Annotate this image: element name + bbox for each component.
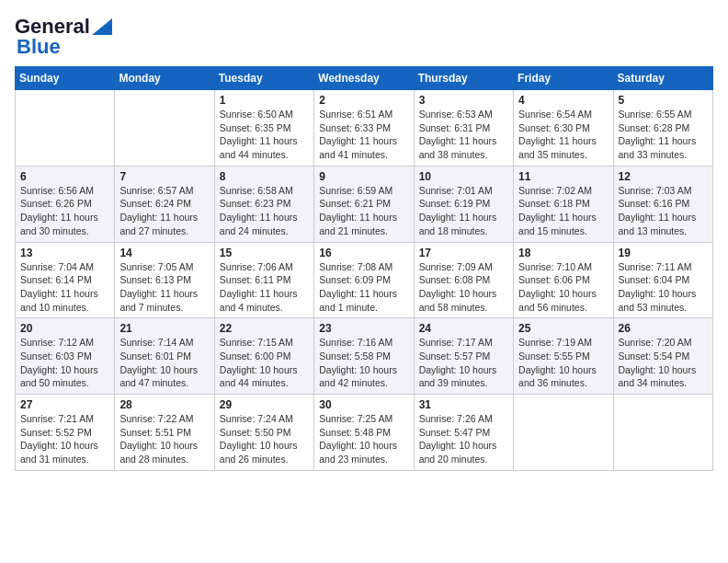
calendar-cell: 23Sunrise: 7:16 AMSunset: 5:58 PMDayligh… — [314, 318, 414, 395]
calendar-cell: 17Sunrise: 7:09 AMSunset: 6:08 PMDayligh… — [414, 242, 513, 318]
calendar-cell: 31Sunrise: 7:26 AMSunset: 5:47 PMDayligh… — [414, 395, 513, 471]
calendar-cell: 10Sunrise: 7:01 AMSunset: 6:19 PMDayligh… — [414, 166, 513, 242]
calendar-cell: 15Sunrise: 7:06 AMSunset: 6:11 PMDayligh… — [214, 242, 313, 318]
day-number: 22 — [220, 322, 309, 335]
calendar-week-row: 27Sunrise: 7:21 AMSunset: 5:52 PMDayligh… — [16, 395, 713, 471]
calendar-cell: 12Sunrise: 7:03 AMSunset: 6:16 PMDayligh… — [613, 166, 712, 242]
weekday-header: Monday — [115, 67, 214, 90]
day-number: 6 — [20, 170, 109, 183]
calendar-week-row: 20Sunrise: 7:12 AMSunset: 6:03 PMDayligh… — [16, 318, 713, 395]
day-detail: Sunrise: 7:14 AMSunset: 6:01 PMDaylight:… — [119, 336, 209, 390]
weekday-header: Wednesday — [314, 67, 414, 90]
weekday-header: Friday — [514, 67, 613, 90]
day-number: 24 — [419, 322, 508, 335]
day-detail: Sunrise: 6:50 AMSunset: 6:35 PMDaylight:… — [220, 108, 309, 162]
calendar-week-row: 13Sunrise: 7:04 AMSunset: 6:14 PMDayligh… — [16, 242, 713, 318]
day-detail: Sunrise: 7:09 AMSunset: 6:08 PMDaylight:… — [419, 260, 508, 315]
calendar-cell: 21Sunrise: 7:14 AMSunset: 6:01 PMDayligh… — [115, 318, 214, 395]
calendar-cell: 8Sunrise: 6:58 AMSunset: 6:23 PMDaylight… — [214, 166, 313, 242]
logo-wing-icon — [92, 18, 112, 35]
calendar-week-row: 6Sunrise: 6:56 AMSunset: 6:26 PMDaylight… — [16, 166, 713, 242]
day-number: 4 — [518, 94, 608, 107]
weekday-header: Saturday — [613, 67, 712, 90]
day-number: 8 — [220, 170, 309, 183]
weekday-header: Thursday — [414, 67, 513, 90]
day-detail: Sunrise: 7:02 AMSunset: 6:18 PMDaylight:… — [518, 184, 608, 238]
calendar-cell: 26Sunrise: 7:20 AMSunset: 5:54 PMDayligh… — [613, 318, 712, 395]
calendar-week-row: 1Sunrise: 6:50 AMSunset: 6:35 PMDaylight… — [16, 90, 713, 167]
calendar-cell: 1Sunrise: 6:50 AMSunset: 6:35 PMDaylight… — [214, 90, 313, 167]
weekday-header: Sunday — [16, 67, 115, 90]
day-detail: Sunrise: 6:56 AMSunset: 6:26 PMDaylight:… — [20, 184, 109, 238]
calendar-cell: 30Sunrise: 7:25 AMSunset: 5:48 PMDayligh… — [314, 395, 414, 471]
calendar-cell: 13Sunrise: 7:04 AMSunset: 6:14 PMDayligh… — [16, 242, 115, 318]
day-detail: Sunrise: 7:11 AMSunset: 6:04 PMDaylight:… — [619, 260, 708, 315]
calendar-cell: 29Sunrise: 7:24 AMSunset: 5:50 PMDayligh… — [214, 395, 313, 471]
day-detail: Sunrise: 7:05 AMSunset: 6:13 PMDaylight:… — [119, 260, 209, 315]
day-detail: Sunrise: 7:26 AMSunset: 5:47 PMDaylight:… — [419, 412, 508, 466]
calendar-cell: 7Sunrise: 6:57 AMSunset: 6:24 PMDaylight… — [115, 166, 214, 242]
svg-marker-0 — [92, 18, 112, 35]
calendar-cell — [115, 90, 214, 167]
calendar-cell: 22Sunrise: 7:15 AMSunset: 6:00 PMDayligh… — [214, 318, 313, 395]
day-number: 30 — [319, 398, 408, 411]
day-detail: Sunrise: 7:08 AMSunset: 6:09 PMDaylight:… — [319, 260, 408, 315]
day-detail: Sunrise: 6:53 AMSunset: 6:31 PMDaylight:… — [419, 108, 508, 162]
day-detail: Sunrise: 7:03 AMSunset: 6:16 PMDaylight:… — [619, 184, 708, 238]
day-number: 23 — [319, 322, 408, 335]
day-number: 19 — [619, 247, 708, 259]
calendar-cell: 2Sunrise: 6:51 AMSunset: 6:33 PMDaylight… — [314, 90, 414, 167]
day-number: 15 — [220, 247, 309, 259]
calendar-cell: 9Sunrise: 6:59 AMSunset: 6:21 PMDaylight… — [314, 166, 414, 242]
day-detail: Sunrise: 7:24 AMSunset: 5:50 PMDaylight:… — [220, 412, 309, 466]
day-detail: Sunrise: 7:06 AMSunset: 6:11 PMDaylight:… — [220, 260, 309, 315]
day-number: 26 — [619, 322, 708, 335]
day-detail: Sunrise: 7:19 AMSunset: 5:55 PMDaylight:… — [518, 336, 608, 390]
calendar-cell — [514, 395, 613, 471]
day-detail: Sunrise: 7:20 AMSunset: 5:54 PMDaylight:… — [619, 336, 708, 390]
logo: General Blue — [15, 15, 112, 59]
calendar-cell: 11Sunrise: 7:02 AMSunset: 6:18 PMDayligh… — [514, 166, 613, 242]
calendar-cell: 19Sunrise: 7:11 AMSunset: 6:04 PMDayligh… — [613, 242, 712, 318]
day-detail: Sunrise: 7:15 AMSunset: 6:00 PMDaylight:… — [220, 336, 309, 390]
day-detail: Sunrise: 6:59 AMSunset: 6:21 PMDaylight:… — [319, 184, 408, 238]
day-detail: Sunrise: 7:25 AMSunset: 5:48 PMDaylight:… — [319, 412, 408, 466]
day-number: 1 — [220, 94, 309, 107]
day-number: 16 — [319, 247, 408, 259]
page-header: General Blue — [15, 15, 713, 59]
day-detail: Sunrise: 7:04 AMSunset: 6:14 PMDaylight:… — [20, 260, 109, 315]
calendar-cell: 16Sunrise: 7:08 AMSunset: 6:09 PMDayligh… — [314, 242, 414, 318]
calendar-cell: 6Sunrise: 6:56 AMSunset: 6:26 PMDaylight… — [16, 166, 115, 242]
weekday-header: Tuesday — [214, 67, 313, 90]
day-detail: Sunrise: 7:17 AMSunset: 5:57 PMDaylight:… — [419, 336, 508, 390]
day-number: 7 — [119, 170, 209, 183]
day-number: 10 — [419, 170, 508, 183]
calendar-cell: 3Sunrise: 6:53 AMSunset: 6:31 PMDaylight… — [414, 90, 513, 167]
weekday-header-row: SundayMondayTuesdayWednesdayThursdayFrid… — [16, 67, 713, 90]
day-number: 28 — [119, 398, 209, 411]
day-number: 27 — [20, 398, 109, 411]
calendar-cell: 25Sunrise: 7:19 AMSunset: 5:55 PMDayligh… — [514, 318, 613, 395]
day-detail: Sunrise: 7:21 AMSunset: 5:52 PMDaylight:… — [20, 412, 109, 466]
calendar-cell: 24Sunrise: 7:17 AMSunset: 5:57 PMDayligh… — [414, 318, 513, 395]
day-number: 13 — [20, 247, 109, 259]
day-number: 3 — [419, 94, 508, 107]
day-detail: Sunrise: 7:10 AMSunset: 6:06 PMDaylight:… — [518, 260, 608, 315]
day-number: 17 — [419, 247, 508, 259]
calendar-cell — [16, 90, 115, 167]
calendar-cell: 18Sunrise: 7:10 AMSunset: 6:06 PMDayligh… — [514, 242, 613, 318]
day-number: 2 — [319, 94, 408, 107]
day-detail: Sunrise: 6:54 AMSunset: 6:30 PMDaylight:… — [518, 108, 608, 162]
logo-blue: Blue — [17, 35, 61, 59]
day-detail: Sunrise: 6:51 AMSunset: 6:33 PMDaylight:… — [319, 108, 408, 162]
day-number: 9 — [319, 170, 408, 183]
day-detail: Sunrise: 7:16 AMSunset: 5:58 PMDaylight:… — [319, 336, 408, 390]
calendar-cell: 14Sunrise: 7:05 AMSunset: 6:13 PMDayligh… — [115, 242, 214, 318]
day-number: 21 — [119, 322, 209, 335]
calendar-cell — [613, 395, 712, 471]
calendar-cell: 27Sunrise: 7:21 AMSunset: 5:52 PMDayligh… — [16, 395, 115, 471]
day-number: 31 — [419, 398, 508, 411]
day-number: 11 — [518, 170, 608, 183]
day-number: 18 — [518, 247, 608, 259]
day-number: 14 — [119, 247, 209, 259]
